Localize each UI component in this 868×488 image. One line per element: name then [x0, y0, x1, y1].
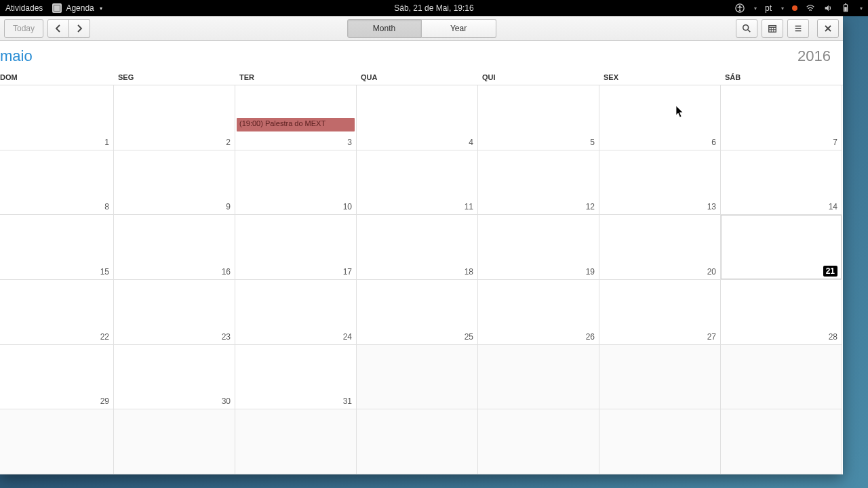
dow-cell: QUI [478, 69, 599, 85]
day-cell[interactable] [114, 409, 235, 474]
day-number: 12 [586, 202, 595, 211]
day-cell[interactable]: 9 [114, 150, 235, 216]
wifi-icon[interactable] [806, 3, 815, 13]
day-cell[interactable] [357, 409, 478, 474]
day-cell[interactable]: 26 [478, 280, 599, 345]
day-number: 27 [707, 332, 716, 342]
day-cell[interactable] [599, 345, 721, 410]
day-cell[interactable] [478, 409, 599, 474]
day-number: 24 [343, 332, 352, 342]
year-view-button[interactable]: Year [422, 19, 496, 38]
month-header: maio 2016 [0, 41, 843, 69]
app-menu-label: Agenda [66, 3, 94, 13]
day-cell[interactable] [478, 345, 599, 410]
accessibility-icon[interactable] [735, 3, 745, 13]
day-cell[interactable]: 25 [357, 280, 478, 345]
day-number: 5 [590, 138, 595, 147]
month-grid: 123(19:00) Palestra do MEXT4567891011121… [0, 85, 843, 474]
day-cell[interactable]: 14 [721, 150, 842, 216]
dow-cell: SEG [114, 69, 235, 85]
day-cell[interactable]: 5 [478, 85, 599, 150]
day-cell[interactable]: 1 [0, 85, 114, 150]
hamburger-icon [793, 24, 803, 33]
day-number: 3 [347, 138, 352, 147]
gnome-top-panel: Atividades Agenda ▾ Sáb, 21 de Mai, 19:1… [0, 0, 868, 16]
day-number: 18 [465, 267, 473, 277]
day-number: 15 [100, 267, 109, 277]
day-cell[interactable]: 21 [721, 215, 842, 280]
close-icon [824, 24, 832, 33]
day-cell[interactable]: 19 [478, 215, 599, 280]
keyboard-layout-indicator[interactable]: pt [765, 3, 772, 13]
chevron-down-icon: ▾ [100, 5, 102, 12]
event-chip[interactable]: (19:00) Palestra do MEXT [237, 118, 355, 131]
day-cell[interactable]: 20 [599, 215, 721, 280]
chevron-right-icon [76, 24, 83, 33]
day-number: 11 [465, 202, 473, 211]
close-button[interactable] [817, 19, 839, 38]
day-cell[interactable]: 6 [599, 85, 721, 150]
day-cell[interactable]: 16 [114, 215, 235, 280]
calendar-manage-button[interactable] [762, 19, 783, 38]
day-cell[interactable]: 7 [721, 85, 842, 150]
day-cell[interactable] [721, 345, 842, 410]
svg-rect-7 [769, 25, 776, 32]
day-number: 28 [829, 332, 837, 342]
today-button[interactable]: Today [4, 19, 43, 38]
menu-button[interactable] [787, 19, 809, 38]
day-cell[interactable]: 10 [235, 150, 357, 216]
day-number: 19 [586, 267, 595, 277]
month-view-button[interactable]: Month [347, 19, 422, 38]
day-cell[interactable]: 18 [357, 215, 478, 280]
day-cell[interactable] [0, 409, 114, 474]
day-number: 22 [100, 332, 109, 342]
day-number: 9 [226, 202, 231, 211]
day-cell[interactable] [235, 409, 357, 474]
calendar-app-icon [52, 3, 62, 13]
day-number: 21 [823, 266, 837, 277]
day-cell[interactable]: 29 [0, 345, 114, 410]
day-number: 26 [586, 332, 595, 342]
volume-icon[interactable] [823, 3, 833, 13]
day-cell[interactable]: 24 [235, 280, 357, 345]
dow-cell: TER [235, 69, 357, 85]
day-cell[interactable]: 27 [599, 280, 721, 345]
day-cell[interactable]: 13 [599, 150, 721, 216]
day-number: 10 [343, 202, 352, 211]
svg-point-1 [739, 5, 741, 7]
day-cell[interactable]: 4 [357, 85, 478, 150]
day-number: 8 [104, 202, 109, 211]
view-switcher: Month Year [347, 19, 496, 38]
day-cell[interactable]: 28 [721, 280, 842, 345]
day-cell[interactable]: 11 [357, 150, 478, 216]
day-number: 2 [226, 138, 231, 147]
day-cell[interactable]: 23 [114, 280, 235, 345]
battery-icon[interactable] [841, 3, 850, 13]
day-cell[interactable]: 31 [235, 345, 357, 410]
day-cell[interactable]: 2 [114, 85, 235, 150]
day-cell[interactable] [721, 409, 842, 474]
day-cell[interactable]: 30 [114, 345, 235, 410]
day-number: 7 [833, 138, 837, 147]
day-cell[interactable]: 3(19:00) Palestra do MEXT [235, 85, 357, 150]
day-number: 23 [222, 332, 231, 342]
day-number: 31 [343, 396, 352, 406]
day-cell[interactable]: 12 [478, 150, 599, 216]
next-button[interactable] [69, 19, 90, 38]
day-cell[interactable] [357, 345, 478, 410]
day-cell[interactable]: 22 [0, 280, 114, 345]
calendar-grid-icon [768, 24, 777, 33]
day-number: 30 [222, 396, 231, 406]
dow-cell: DOM [0, 69, 114, 85]
day-number: 1 [104, 138, 109, 147]
day-cell[interactable] [599, 409, 721, 474]
day-cell[interactable]: 15 [0, 215, 114, 280]
activities-button[interactable]: Atividades [5, 3, 43, 13]
search-button[interactable] [736, 19, 757, 38]
day-cell[interactable]: 8 [0, 150, 114, 216]
day-cell[interactable]: 17 [235, 215, 357, 280]
status-dot-icon[interactable] [792, 5, 797, 11]
app-menu[interactable]: Agenda ▾ [52, 3, 102, 13]
panel-clock[interactable]: Sáb, 21 de Mai, 19:16 [394, 3, 473, 13]
prev-button[interactable] [47, 19, 69, 38]
